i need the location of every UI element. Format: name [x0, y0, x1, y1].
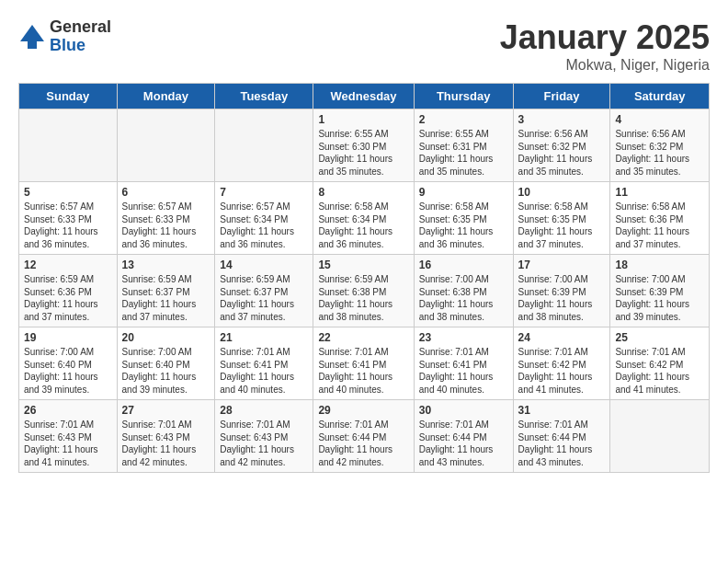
day-number: 8 — [318, 186, 408, 199]
calendar-cell: 16 Sunrise: 7:00 AMSunset: 6:38 PMDaylig… — [414, 255, 513, 327]
calendar-cell: 21 Sunrise: 7:01 AMSunset: 6:41 PMDaylig… — [215, 327, 313, 400]
day-info: Sunrise: 6:59 AMSunset: 6:38 PMDaylight:… — [318, 273, 408, 323]
calendar-cell: 26 Sunrise: 7:01 AMSunset: 6:43 PMDaylig… — [19, 400, 118, 473]
day-info: Sunrise: 7:01 AMSunset: 6:43 PMDaylight:… — [24, 419, 112, 468]
calendar-cell: 6 Sunrise: 6:57 AMSunset: 6:33 PMDayligh… — [117, 182, 215, 255]
day-number: 25 — [615, 331, 704, 344]
day-number: 30 — [419, 404, 508, 417]
calendar-cell: 12 Sunrise: 6:59 AMSunset: 6:36 PMDaylig… — [19, 255, 118, 327]
day-of-week-header: Friday — [513, 84, 610, 109]
day-number: 18 — [615, 259, 704, 271]
day-info: Sunrise: 7:00 AMSunset: 6:40 PMDaylight:… — [24, 346, 112, 396]
day-info: Sunrise: 7:00 AMSunset: 6:40 PMDaylight:… — [122, 346, 210, 396]
logo-blue: Blue — [50, 37, 111, 55]
calendar-cell: 28 Sunrise: 7:01 AMSunset: 6:43 PMDaylig… — [215, 400, 313, 473]
calendar-cell: 3 Sunrise: 6:56 AMSunset: 6:32 PMDayligh… — [513, 109, 610, 182]
day-number: 29 — [318, 404, 408, 417]
calendar-cell: 18 Sunrise: 7:00 AMSunset: 6:39 PMDaylig… — [610, 255, 710, 327]
day-of-week-header: Monday — [117, 84, 215, 109]
day-info: Sunrise: 6:58 AMSunset: 6:35 PMDaylight:… — [419, 201, 508, 250]
calendar-cell — [215, 109, 313, 182]
title-block: January 2025 Mokwa, Niger, Nigeria — [500, 18, 710, 74]
logo-text: General Blue — [50, 18, 111, 55]
day-number: 26 — [24, 404, 112, 417]
day-of-week-header: Sunday — [19, 84, 118, 109]
day-number: 31 — [518, 404, 606, 417]
calendar-cell: 20 Sunrise: 7:00 AMSunset: 6:40 PMDaylig… — [117, 327, 215, 400]
svg-rect-1 — [28, 41, 37, 49]
day-number: 16 — [419, 259, 508, 271]
svg-marker-0 — [20, 25, 44, 41]
day-of-week-header: Saturday — [610, 84, 710, 109]
day-number: 22 — [318, 331, 408, 344]
day-number: 13 — [122, 259, 210, 271]
calendar-cell — [19, 109, 118, 182]
day-info: Sunrise: 7:00 AMSunset: 6:39 PMDaylight:… — [518, 273, 606, 323]
day-info: Sunrise: 6:59 AMSunset: 6:37 PMDaylight:… — [220, 273, 308, 323]
calendar-cell: 4 Sunrise: 6:56 AMSunset: 6:32 PMDayligh… — [610, 109, 710, 182]
day-info: Sunrise: 6:55 AMSunset: 6:30 PMDaylight:… — [318, 128, 408, 178]
day-number: 14 — [220, 259, 308, 271]
day-info: Sunrise: 6:55 AMSunset: 6:31 PMDaylight:… — [419, 128, 508, 178]
calendar-cell: 15 Sunrise: 6:59 AMSunset: 6:38 PMDaylig… — [313, 255, 414, 327]
calendar-cell: 11 Sunrise: 6:58 AMSunset: 6:36 PMDaylig… — [610, 182, 710, 255]
day-number: 15 — [318, 259, 408, 271]
day-info: Sunrise: 7:01 AMSunset: 6:41 PMDaylight:… — [419, 346, 508, 396]
day-of-week-header: Tuesday — [215, 84, 313, 109]
day-info: Sunrise: 7:01 AMSunset: 6:43 PMDaylight:… — [122, 419, 210, 468]
calendar-cell: 7 Sunrise: 6:57 AMSunset: 6:34 PMDayligh… — [215, 182, 313, 255]
calendar-cell: 19 Sunrise: 7:00 AMSunset: 6:40 PMDaylig… — [19, 327, 118, 400]
day-info: Sunrise: 6:57 AMSunset: 6:33 PMDaylight:… — [24, 201, 112, 250]
calendar-week-row: 26 Sunrise: 7:01 AMSunset: 6:43 PMDaylig… — [19, 400, 710, 473]
calendar-cell: 9 Sunrise: 6:58 AMSunset: 6:35 PMDayligh… — [414, 182, 513, 255]
calendar-cell: 27 Sunrise: 7:01 AMSunset: 6:43 PMDaylig… — [117, 400, 215, 473]
day-info: Sunrise: 7:01 AMSunset: 6:41 PMDaylight:… — [318, 346, 408, 396]
day-number: 10 — [518, 186, 606, 199]
day-number: 2 — [419, 113, 508, 126]
calendar-cell: 31 Sunrise: 7:01 AMSunset: 6:44 PMDaylig… — [513, 400, 610, 473]
logo-general: General — [50, 18, 111, 37]
day-info: Sunrise: 6:59 AMSunset: 6:36 PMDaylight:… — [24, 273, 112, 323]
calendar-cell: 8 Sunrise: 6:58 AMSunset: 6:34 PMDayligh… — [313, 182, 414, 255]
calendar-table: SundayMondayTuesdayWednesdayThursdayFrid… — [18, 83, 710, 473]
day-number: 19 — [24, 331, 112, 344]
calendar-cell: 14 Sunrise: 6:59 AMSunset: 6:37 PMDaylig… — [215, 255, 313, 327]
calendar-cell: 24 Sunrise: 7:01 AMSunset: 6:42 PMDaylig… — [513, 327, 610, 400]
day-number: 20 — [122, 331, 210, 344]
calendar-cell: 17 Sunrise: 7:00 AMSunset: 6:39 PMDaylig… — [513, 255, 610, 327]
calendar-week-row: 12 Sunrise: 6:59 AMSunset: 6:36 PMDaylig… — [19, 255, 710, 327]
day-info: Sunrise: 7:01 AMSunset: 6:44 PMDaylight:… — [318, 419, 408, 468]
day-info: Sunrise: 6:58 AMSunset: 6:36 PMDaylight:… — [615, 201, 704, 250]
day-number: 5 — [24, 186, 112, 199]
day-info: Sunrise: 7:01 AMSunset: 6:41 PMDaylight:… — [220, 346, 308, 396]
calendar-header-row: SundayMondayTuesdayWednesdayThursdayFrid… — [19, 84, 710, 109]
day-number: 12 — [24, 259, 112, 271]
day-number: 3 — [518, 113, 606, 126]
day-info: Sunrise: 6:57 AMSunset: 6:33 PMDaylight:… — [122, 201, 210, 250]
day-number: 28 — [220, 404, 308, 417]
day-number: 4 — [615, 113, 704, 126]
calendar-title: January 2025 — [500, 18, 710, 57]
calendar-subtitle: Mokwa, Niger, Nigeria — [500, 57, 710, 74]
day-number: 11 — [615, 186, 704, 199]
calendar-cell: 13 Sunrise: 6:59 AMSunset: 6:37 PMDaylig… — [117, 255, 215, 327]
calendar-cell: 22 Sunrise: 7:01 AMSunset: 6:41 PMDaylig… — [313, 327, 414, 400]
day-info: Sunrise: 6:56 AMSunset: 6:32 PMDaylight:… — [615, 128, 704, 178]
day-info: Sunrise: 6:57 AMSunset: 6:34 PMDaylight:… — [220, 201, 308, 250]
logo-icon — [18, 23, 46, 51]
calendar-cell: 30 Sunrise: 7:01 AMSunset: 6:44 PMDaylig… — [414, 400, 513, 473]
calendar-cell: 2 Sunrise: 6:55 AMSunset: 6:31 PMDayligh… — [414, 109, 513, 182]
day-info: Sunrise: 7:00 AMSunset: 6:39 PMDaylight:… — [615, 273, 704, 323]
calendar-week-row: 19 Sunrise: 7:00 AMSunset: 6:40 PMDaylig… — [19, 327, 710, 400]
calendar-cell: 1 Sunrise: 6:55 AMSunset: 6:30 PMDayligh… — [313, 109, 414, 182]
day-info: Sunrise: 6:58 AMSunset: 6:35 PMDaylight:… — [518, 201, 606, 250]
logo: General Blue — [18, 18, 111, 55]
day-info: Sunrise: 7:01 AMSunset: 6:44 PMDaylight:… — [518, 419, 606, 468]
day-number: 17 — [518, 259, 606, 271]
calendar-cell: 10 Sunrise: 6:58 AMSunset: 6:35 PMDaylig… — [513, 182, 610, 255]
day-number: 23 — [419, 331, 508, 344]
day-number: 1 — [318, 113, 408, 126]
calendar-cell — [610, 400, 710, 473]
page-header: General Blue January 2025 Mokwa, Niger, … — [18, 18, 710, 74]
day-info: Sunrise: 7:01 AMSunset: 6:43 PMDaylight:… — [220, 419, 308, 468]
